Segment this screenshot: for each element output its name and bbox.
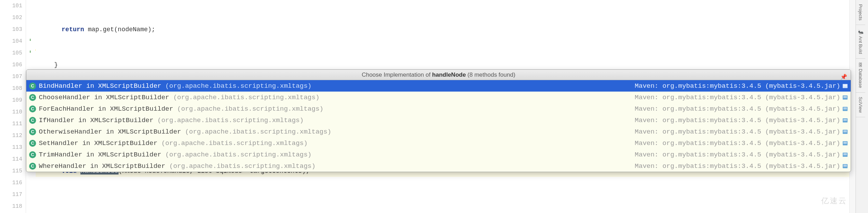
implementation-item[interactable]: CSetHandler in XMLScriptBuilder (org.apa… [26,137,851,149]
implementation-package: (org.apache.ibatis.scripting.xmltags) [165,162,315,170]
code-line: return map.get(nodeName); [36,24,868,35]
svg-rect-13 [843,130,847,131]
svg-rect-1 [843,85,847,85]
implementation-package: (org.apache.ibatis.scripting.xmltags) [161,151,311,159]
implementation-source: Maven: org.mybatis:mybatis:3.4.5 (mybati… [635,82,840,90]
line-number: 111 [0,118,22,130]
svg-rect-23 [843,166,847,167]
library-icon [842,152,848,157]
implementation-item[interactable]: CTrimHandler in XMLScriptBuilder (org.ap… [26,149,851,160]
line-number: 109 [0,94,22,106]
class-icon: C [29,94,36,101]
popup-title-prefix: Choose Implementation of [362,71,432,78]
tool-ant-build[interactable]: 🐜Ant Build [856,25,865,59]
svg-rect-5 [843,97,847,98]
implementing-method-icon[interactable]: ⬇ [27,37,33,43]
popup-title-method: handleNode [432,71,466,78]
line-number: 107 [0,71,22,83]
code-line: } [36,59,868,71]
line-number: 104 [0,35,22,47]
class-icon: C [29,128,36,135]
implementing-method-icon[interactable]: ⬇ [27,49,33,55]
pin-icon[interactable]: 📌 [840,72,847,82]
implementation-source: Maven: org.mybatis:mybatis:3.4.5 (mybati… [635,162,840,170]
line-number: 102 [0,12,22,24]
tool-projects[interactable]: Projects [856,0,865,25]
right-tool-window-bar: Projects 🐜Ant Build 🗄Database SciView [856,0,868,213]
implementation-item[interactable]: CWhereHandler in XMLScriptBuilder (org.a… [26,160,851,172]
library-icon [842,140,848,146]
implementation-class-name: IfHandler in XMLScriptBuilder [39,117,154,124]
implementation-class-name: TrimHandler in XMLScriptBuilder [39,151,161,159]
tool-database[interactable]: 🗄Database [856,59,865,93]
implementation-package: (org.apache.ibatis.scripting.xmltags) [157,139,307,147]
line-number: 103 [0,24,22,35]
implementation-class-name: ForEachHandler in XMLScriptBuilder [39,105,173,113]
svg-rect-16 [843,142,847,143]
implementation-item[interactable]: CForEachHandler in XMLScriptBuilder (org… [26,103,851,114]
library-icon [842,83,848,89]
implementation-class-name: OtherwiseHandler in XMLScriptBuilder [39,128,181,136]
implementation-item[interactable]: COtherwiseHandler in XMLScriptBuilder (o… [26,126,851,137]
class-icon: C [29,117,36,124]
watermark: 亿速云 [821,196,847,206]
class-icon: C [29,151,36,158]
implementation-source: Maven: org.mybatis:mybatis:3.4.5 (mybati… [635,128,840,136]
implementation-class-name: ChooseHandler in XMLScriptBuilder [39,94,169,101]
svg-rect-2 [843,86,847,86]
line-number: 115 [0,165,22,177]
line-number: 113 [0,142,22,153]
svg-rect-4 [843,96,847,97]
line-number: 116 [0,177,22,189]
line-number: 118 [0,201,22,212]
library-icon [842,118,848,123]
implementation-package: (org.apache.ibatis.scripting.xmltags) [154,117,304,124]
class-icon: C [29,83,36,90]
implementation-class-name: BindHandler in XMLScriptBuilder [39,82,161,90]
implementation-package: (org.apache.ibatis.scripting.xmltags) [169,94,319,101]
svg-rect-14 [843,131,847,132]
svg-rect-8 [843,109,847,109]
implementation-package: (org.apache.ibatis.scripting.xmltags) [161,82,311,90]
implementation-package: (org.apache.ibatis.scripting.xmltags) [173,105,323,113]
line-number: 110 [0,106,22,118]
choose-implementation-popup: Choose Implementation of handleNode (8 m… [26,69,851,172]
implementation-item[interactable]: CBindHandler in XMLScriptBuilder (org.ap… [26,80,851,92]
svg-rect-19 [843,153,847,154]
implementation-source: Maven: org.mybatis:mybatis:3.4.5 (mybati… [635,151,840,159]
implementation-class-name: WhereHandler in XMLScriptBuilder [39,162,165,170]
library-icon [842,106,848,112]
implementation-source: Maven: org.mybatis:mybatis:3.4.5 (mybati… [635,117,840,124]
svg-rect-17 [843,143,847,144]
svg-rect-10 [843,119,847,120]
class-icon: C [29,163,36,170]
line-number: 114 [0,153,22,165]
implementation-item[interactable]: CIfHandler in XMLScriptBuilder (org.apac… [26,114,851,126]
implementation-list: CBindHandler in XMLScriptBuilder (org.ap… [26,80,851,172]
ant-icon: 🐜 [858,29,863,35]
svg-rect-11 [843,120,847,121]
library-icon [842,129,848,135]
database-icon: 🗄 [858,63,863,67]
implementation-source: Maven: org.mybatis:mybatis:3.4.5 (mybati… [635,139,840,147]
popup-title-bar: Choose Implementation of handleNode (8 m… [26,70,851,80]
implementation-item[interactable]: CChooseHandler in XMLScriptBuilder (org.… [26,92,851,103]
tool-sciview[interactable]: SciView [856,93,865,117]
svg-rect-7 [843,108,847,108]
popup-title-suffix: (8 methods found) [466,71,515,78]
line-number: 106 [0,59,22,71]
class-icon: C [29,105,36,112]
line-number: 108 [0,83,22,94]
implementation-source: Maven: org.mybatis:mybatis:3.4.5 (mybati… [635,105,840,113]
line-number: 112 [0,130,22,142]
implementation-class-name: SetHandler in XMLScriptBuilder [39,139,157,147]
svg-rect-20 [843,154,847,155]
library-icon [842,95,848,100]
line-number-gutter: 101 102 103 104 105 106 107 108 109 110 … [0,0,26,213]
line-number: 117 [0,189,22,201]
implementation-package: (org.apache.ibatis.scripting.xmltags) [181,128,331,136]
line-number: 101 [0,0,22,12]
line-number: 105 [0,47,22,59]
svg-rect-22 [843,165,847,165]
implementation-source: Maven: org.mybatis:mybatis:3.4.5 (mybati… [635,94,840,101]
